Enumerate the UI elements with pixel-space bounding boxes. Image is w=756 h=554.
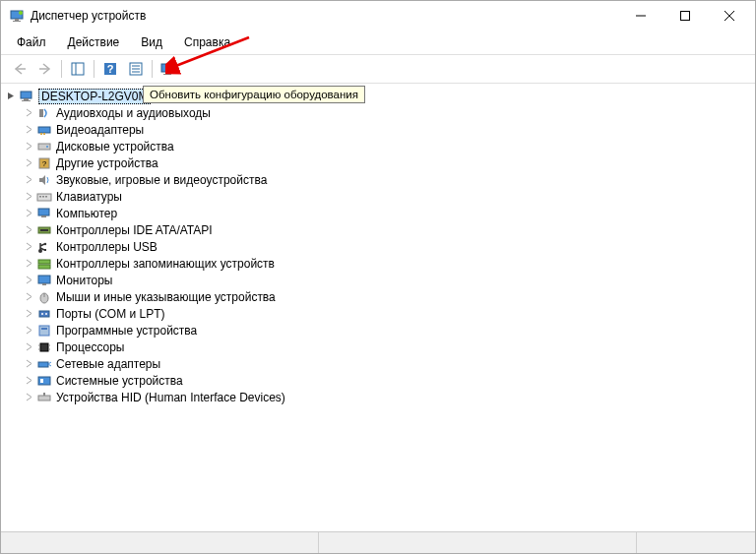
tree-category-node[interactable]: Мыши и иные указывающие устройства bbox=[1, 288, 755, 305]
svg-rect-33 bbox=[42, 196, 44, 198]
tree-category-node[interactable]: ? Другие устройства bbox=[1, 154, 755, 171]
computer-icon bbox=[19, 89, 34, 104]
expand-collapse-icon[interactable] bbox=[5, 91, 17, 102]
expand-icon[interactable] bbox=[23, 308, 34, 320]
expand-icon[interactable] bbox=[23, 157, 34, 169]
computer-icon bbox=[36, 206, 52, 221]
expand-icon[interactable] bbox=[23, 208, 34, 219]
menu-help[interactable]: Справка bbox=[174, 32, 240, 52]
system-device-icon bbox=[36, 373, 52, 389]
show-hide-console-button[interactable] bbox=[66, 58, 90, 80]
app-icon bbox=[9, 8, 25, 24]
expand-icon[interactable] bbox=[23, 174, 34, 186]
menu-file[interactable]: Файл bbox=[7, 32, 56, 52]
svg-rect-1 bbox=[15, 19, 19, 21]
expand-icon[interactable] bbox=[23, 258, 34, 270]
expand-icon[interactable] bbox=[23, 191, 34, 203]
expand-icon[interactable] bbox=[23, 375, 34, 387]
ide-controller-icon bbox=[36, 222, 52, 238]
svg-rect-36 bbox=[41, 215, 46, 217]
svg-rect-51 bbox=[39, 326, 49, 336]
window-controls bbox=[618, 2, 751, 31]
expand-icon[interactable] bbox=[23, 124, 34, 136]
disk-drive-icon bbox=[36, 139, 52, 154]
tree-category-node[interactable]: Компьютер bbox=[1, 205, 755, 221]
tree-category-node[interactable]: Системные устройства bbox=[1, 372, 755, 389]
category-label: Порты (COM и LPT) bbox=[56, 307, 165, 321]
scan-hardware-button[interactable] bbox=[157, 58, 180, 80]
tree-category-node[interactable]: Устройства HID (Human Interface Devices) bbox=[1, 389, 755, 405]
expand-icon[interactable] bbox=[23, 358, 34, 370]
expand-icon[interactable] bbox=[23, 291, 34, 303]
svg-rect-53 bbox=[40, 343, 48, 351]
tree-category-node[interactable]: Контроллеры запоминающих устройств bbox=[1, 255, 755, 272]
svg-rect-44 bbox=[38, 276, 50, 283]
forward-button[interactable] bbox=[33, 58, 57, 80]
minimize-button[interactable] bbox=[618, 2, 662, 31]
svg-rect-5 bbox=[680, 12, 689, 21]
toolbar: ? bbox=[1, 55, 755, 84]
maximize-button[interactable] bbox=[662, 2, 707, 31]
expand-icon[interactable] bbox=[23, 224, 34, 236]
svg-rect-61 bbox=[38, 396, 50, 400]
category-label: Контроллеры USB bbox=[56, 240, 158, 254]
network-adapter-icon bbox=[36, 356, 52, 372]
svg-point-19 bbox=[170, 64, 175, 69]
expand-icon[interactable] bbox=[23, 141, 34, 153]
tree-category-node[interactable]: Порты (COM и LPT) bbox=[1, 305, 755, 322]
port-icon bbox=[36, 306, 52, 322]
expand-icon[interactable] bbox=[23, 341, 34, 353]
category-label: Программные устройства bbox=[56, 324, 197, 338]
expand-icon[interactable] bbox=[23, 392, 34, 403]
tree-category-node[interactable]: Мониторы bbox=[1, 272, 755, 288]
svg-point-49 bbox=[41, 313, 43, 315]
tree-category-node[interactable]: Контроллеры USB bbox=[1, 238, 755, 255]
svg-rect-41 bbox=[44, 249, 46, 251]
svg-rect-21 bbox=[24, 98, 29, 100]
tree-category-node[interactable]: Видеоадаптеры bbox=[1, 121, 755, 138]
category-label: Системные устройства bbox=[56, 374, 183, 388]
category-label: Контроллеры запоминающих устройств bbox=[56, 257, 275, 271]
expand-icon[interactable] bbox=[23, 275, 34, 286]
expand-icon[interactable] bbox=[23, 241, 34, 253]
svg-rect-62 bbox=[43, 393, 45, 396]
keyboard-icon bbox=[36, 189, 52, 205]
close-button[interactable] bbox=[707, 2, 751, 31]
toolbar-separator bbox=[94, 60, 94, 78]
mouse-icon bbox=[36, 289, 52, 305]
svg-rect-42 bbox=[38, 260, 50, 264]
tree-category-node[interactable]: Аудиовходы и аудиовыходы bbox=[1, 104, 755, 121]
category-label: Другие устройства bbox=[56, 156, 158, 170]
properties-button[interactable] bbox=[124, 58, 148, 80]
svg-rect-32 bbox=[39, 196, 41, 198]
help-button[interactable]: ? bbox=[98, 58, 122, 80]
category-label: Мыши и иные указывающие устройства bbox=[56, 290, 276, 304]
device-tree[interactable]: DESKTOP-L2GV0M Аудиовходы и аудиовыходы … bbox=[1, 84, 755, 531]
expand-icon[interactable] bbox=[23, 325, 34, 337]
svg-rect-60 bbox=[40, 379, 43, 383]
svg-rect-24 bbox=[38, 127, 50, 133]
category-label: Процессоры bbox=[56, 340, 125, 354]
tree-category-node[interactable]: Клавиатуры bbox=[1, 188, 755, 205]
window-title: Диспетчер устройств bbox=[31, 9, 618, 23]
svg-rect-59 bbox=[38, 377, 50, 385]
audio-io-icon bbox=[36, 105, 52, 121]
expand-icon[interactable] bbox=[23, 107, 34, 119]
monitor-icon bbox=[36, 273, 52, 288]
menu-action[interactable]: Действие bbox=[58, 32, 130, 52]
tree-category-node[interactable]: Дисковые устройства bbox=[1, 138, 755, 154]
tree-category-node[interactable]: Звуковые, игровые и видеоустройства bbox=[1, 171, 755, 188]
category-label: Видеоадаптеры bbox=[56, 123, 144, 137]
svg-rect-23 bbox=[39, 109, 43, 117]
hid-device-icon bbox=[36, 390, 52, 405]
svg-rect-8 bbox=[72, 63, 84, 75]
tree-category-node[interactable]: Сетевые адаптеры bbox=[1, 355, 755, 372]
category-label: Контроллеры IDE ATA/ATAPI bbox=[56, 223, 213, 237]
tree-category-node[interactable]: Контроллеры IDE ATA/ATAPI bbox=[1, 221, 755, 238]
back-button[interactable] bbox=[8, 58, 32, 80]
root-node-label: DESKTOP-L2GV0M bbox=[38, 89, 151, 104]
tree-category-node[interactable]: Процессоры bbox=[1, 339, 755, 355]
tree-root-node[interactable]: DESKTOP-L2GV0M bbox=[1, 88, 755, 104]
menu-view[interactable]: Вид bbox=[131, 32, 172, 52]
tree-category-node[interactable]: Программные устройства bbox=[1, 322, 755, 339]
